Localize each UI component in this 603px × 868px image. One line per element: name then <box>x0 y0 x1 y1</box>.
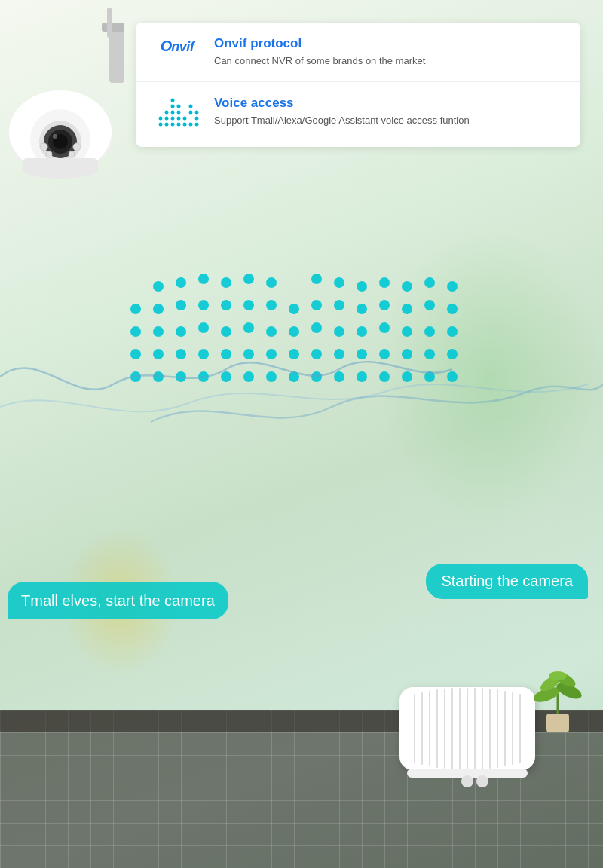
onvif-row: Onvif Onvif protocol Can connect NVR of … <box>136 23 580 82</box>
svg-point-61 <box>311 300 322 310</box>
svg-point-35 <box>189 111 193 115</box>
svg-point-58 <box>243 300 254 310</box>
voice-title: Voice access <box>214 96 470 111</box>
svg-point-54 <box>153 304 164 314</box>
svg-point-44 <box>243 274 254 284</box>
svg-point-70 <box>176 326 186 337</box>
svg-point-67 <box>447 304 458 314</box>
svg-point-47 <box>334 277 344 288</box>
voice-desc: Support Tmall/Alexa/Google Assistant voi… <box>214 114 470 127</box>
svg-point-21 <box>177 123 181 127</box>
svg-point-45 <box>266 277 277 288</box>
onvif-logo: Onvif <box>161 36 194 56</box>
svg-point-130 <box>461 775 473 787</box>
svg-point-11 <box>53 134 57 139</box>
svg-point-62 <box>334 300 344 310</box>
svg-point-79 <box>379 322 390 333</box>
svg-point-42 <box>198 274 209 284</box>
svg-point-15 <box>69 151 75 157</box>
svg-point-77 <box>334 326 344 337</box>
svg-point-94 <box>379 349 390 359</box>
svg-point-25 <box>165 117 169 121</box>
svg-point-138 <box>549 671 567 680</box>
svg-point-50 <box>402 281 412 292</box>
svg-point-89 <box>266 349 277 359</box>
svg-point-103 <box>243 371 254 382</box>
svg-point-27 <box>177 117 181 121</box>
svg-point-39 <box>195 123 199 127</box>
svg-point-73 <box>243 322 254 333</box>
onvif-desc: Can connect NVR of some brands on the ma… <box>214 54 425 68</box>
svg-rect-1 <box>102 23 124 32</box>
svg-point-90 <box>289 349 299 359</box>
bubble-right-text: Starting the camera <box>441 573 573 589</box>
svg-point-112 <box>447 371 458 382</box>
svg-point-64 <box>379 300 390 310</box>
svg-point-82 <box>447 326 458 337</box>
svg-point-13 <box>73 143 81 151</box>
bubble-left-text: Tmall elves, start the camera <box>21 592 215 609</box>
svg-point-56 <box>198 300 209 310</box>
svg-point-31 <box>177 111 181 115</box>
svg-point-20 <box>171 123 175 127</box>
speech-bubble-left: Tmall elves, start the camera <box>8 582 228 619</box>
svg-point-78 <box>357 326 367 337</box>
svg-point-98 <box>130 371 141 382</box>
svg-rect-17 <box>23 158 98 173</box>
svg-point-34 <box>171 99 175 102</box>
svg-point-46 <box>311 274 322 284</box>
svg-point-95 <box>402 349 412 359</box>
svg-point-40 <box>153 281 164 292</box>
svg-point-63 <box>357 304 367 314</box>
svg-point-65 <box>402 304 412 314</box>
svg-point-71 <box>198 322 209 333</box>
svg-point-19 <box>165 123 169 127</box>
svg-point-100 <box>176 371 186 382</box>
svg-point-72 <box>221 326 231 337</box>
svg-point-104 <box>266 371 277 382</box>
svg-point-37 <box>195 117 199 121</box>
voice-content: Voice access Support Tmall/Alexa/Google … <box>214 96 470 127</box>
onvif-title: Onvif protocol <box>214 36 425 51</box>
svg-point-36 <box>189 105 193 108</box>
plant-decoration <box>528 649 588 740</box>
svg-point-32 <box>171 105 175 108</box>
svg-point-108 <box>357 371 367 382</box>
svg-point-105 <box>289 371 299 382</box>
svg-point-87 <box>221 349 231 359</box>
svg-rect-2 <box>107 8 112 38</box>
svg-point-85 <box>176 349 186 359</box>
svg-point-28 <box>183 117 187 121</box>
svg-point-74 <box>266 326 277 337</box>
svg-point-26 <box>171 117 175 121</box>
speech-bubble-right: Starting the camera <box>426 564 588 599</box>
svg-point-52 <box>447 281 458 292</box>
svg-point-48 <box>357 281 367 292</box>
svg-point-99 <box>153 371 164 382</box>
svg-point-69 <box>153 326 164 337</box>
svg-point-75 <box>289 326 299 337</box>
svg-point-43 <box>221 277 231 288</box>
onvif-icon: Onvif <box>151 36 204 56</box>
svg-point-53 <box>130 304 141 314</box>
svg-point-18 <box>159 123 163 127</box>
svg-point-55 <box>176 300 186 310</box>
camera-image <box>0 8 143 219</box>
svg-point-29 <box>165 111 169 115</box>
svg-point-12 <box>40 143 47 151</box>
svg-point-107 <box>334 371 344 382</box>
svg-point-84 <box>153 349 164 359</box>
svg-point-81 <box>424 326 435 337</box>
svg-point-23 <box>189 123 193 127</box>
svg-point-33 <box>177 105 181 108</box>
svg-point-24 <box>159 117 163 121</box>
svg-point-68 <box>130 326 141 337</box>
svg-point-92 <box>334 349 344 359</box>
svg-point-57 <box>221 300 231 310</box>
svg-point-109 <box>379 371 390 382</box>
svg-point-66 <box>424 300 435 310</box>
svg-point-59 <box>266 300 277 310</box>
svg-point-88 <box>243 349 254 359</box>
svg-point-111 <box>424 371 435 382</box>
svg-point-38 <box>195 111 199 115</box>
